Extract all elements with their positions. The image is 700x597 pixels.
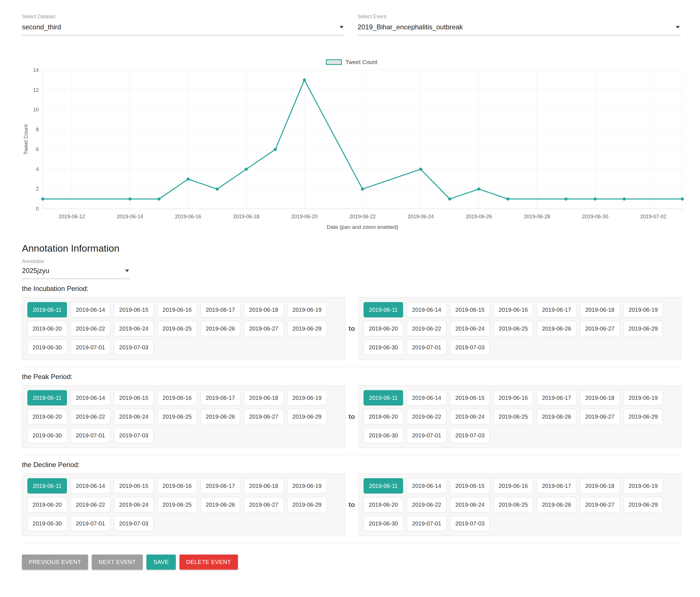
date-chip[interactable]: 2019-06-19 bbox=[623, 478, 663, 494]
date-chip[interactable]: 2019-06-20 bbox=[27, 321, 67, 336]
date-chip[interactable]: 2019-06-22 bbox=[71, 321, 110, 336]
date-chip[interactable]: 2019-06-15 bbox=[114, 390, 154, 405]
date-chip[interactable]: 2019-07-03 bbox=[114, 516, 154, 531]
date-chip[interactable]: 2019-06-30 bbox=[364, 516, 403, 531]
date-chip[interactable]: 2019-06-17 bbox=[537, 390, 576, 405]
date-chip[interactable]: 2019-06-15 bbox=[450, 478, 490, 494]
date-chip[interactable]: 2019-06-20 bbox=[364, 497, 403, 512]
date-chip[interactable]: 2019-06-14 bbox=[407, 390, 446, 405]
date-chip[interactable]: 2019-06-27 bbox=[244, 409, 283, 424]
date-chip[interactable]: 2019-07-01 bbox=[71, 428, 110, 443]
date-chip[interactable]: 2019-06-11 bbox=[364, 478, 403, 494]
date-chip[interactable]: 2019-06-25 bbox=[157, 497, 197, 512]
date-chip[interactable]: 2019-07-01 bbox=[71, 516, 110, 531]
date-chip[interactable]: 2019-06-25 bbox=[157, 321, 197, 336]
date-chip[interactable]: 2019-06-26 bbox=[201, 321, 240, 336]
date-chip[interactable]: 2019-06-17 bbox=[537, 302, 576, 318]
date-chip[interactable]: 2019-06-20 bbox=[364, 409, 403, 424]
date-chip[interactable]: 2019-06-29 bbox=[287, 497, 327, 512]
date-chip[interactable]: 2019-06-18 bbox=[244, 478, 283, 494]
event-select[interactable]: 2019_Bihar_encephalitis_outbreak bbox=[357, 23, 681, 35]
date-chip[interactable]: 2019-06-15 bbox=[450, 390, 490, 405]
date-chip[interactable]: 2019-06-20 bbox=[27, 497, 67, 512]
date-chip[interactable]: 2019-06-22 bbox=[407, 321, 446, 336]
date-chip[interactable]: 2019-06-15 bbox=[450, 302, 490, 318]
date-chip[interactable]: 2019-06-14 bbox=[407, 478, 446, 494]
tweet-count-chart[interactable]: Tweet Count 024681012142019-06-122019-06… bbox=[22, 58, 681, 233]
date-chip[interactable]: 2019-06-11 bbox=[364, 390, 403, 405]
date-chip[interactable]: 2019-06-18 bbox=[244, 302, 283, 318]
date-chip[interactable]: 2019-06-24 bbox=[114, 409, 154, 424]
date-chip[interactable]: 2019-07-03 bbox=[114, 340, 154, 355]
date-chip[interactable]: 2019-06-26 bbox=[537, 497, 576, 512]
date-chip[interactable]: 2019-07-01 bbox=[407, 428, 446, 443]
save-button[interactable]: SAVE bbox=[146, 554, 175, 570]
annotator-select[interactable]: 2025jzyu bbox=[22, 267, 130, 279]
date-chip[interactable]: 2019-06-17 bbox=[201, 302, 240, 318]
dataset-select[interactable]: second_third bbox=[22, 23, 345, 35]
date-chip[interactable]: 2019-06-25 bbox=[494, 497, 533, 512]
date-chip[interactable]: 2019-06-29 bbox=[623, 497, 663, 512]
date-chip[interactable]: 2019-06-19 bbox=[623, 390, 663, 405]
date-chip[interactable]: 2019-06-14 bbox=[71, 478, 110, 494]
date-chip[interactable]: 2019-06-16 bbox=[494, 302, 533, 318]
date-chip[interactable]: 2019-06-11 bbox=[27, 390, 67, 405]
date-chip[interactable]: 2019-06-17 bbox=[201, 390, 240, 405]
date-chip[interactable]: 2019-07-03 bbox=[450, 516, 490, 531]
date-chip[interactable]: 2019-06-16 bbox=[494, 390, 533, 405]
date-chip[interactable]: 2019-06-16 bbox=[157, 390, 197, 405]
date-chip[interactable]: 2019-06-25 bbox=[494, 409, 533, 424]
date-chip[interactable]: 2019-06-18 bbox=[580, 478, 620, 494]
date-chip[interactable]: 2019-06-27 bbox=[580, 409, 620, 424]
date-chip[interactable]: 2019-07-01 bbox=[71, 340, 110, 355]
date-chip[interactable]: 2019-06-20 bbox=[364, 321, 403, 336]
date-chip[interactable]: 2019-06-27 bbox=[580, 321, 620, 336]
date-chip[interactable]: 2019-07-03 bbox=[450, 340, 490, 355]
date-chip[interactable]: 2019-06-29 bbox=[623, 409, 663, 424]
delete-event-button[interactable]: DELETE EVENT bbox=[179, 554, 238, 570]
date-chip[interactable]: 2019-06-22 bbox=[71, 497, 110, 512]
date-chip[interactable]: 2019-06-27 bbox=[580, 497, 620, 512]
date-chip[interactable]: 2019-06-22 bbox=[71, 409, 110, 424]
date-chip[interactable]: 2019-07-03 bbox=[114, 428, 154, 443]
chart-legend[interactable]: Tweet Count bbox=[22, 58, 681, 66]
date-chip[interactable]: 2019-06-29 bbox=[287, 321, 327, 336]
date-chip[interactable]: 2019-06-18 bbox=[580, 390, 620, 405]
date-chip[interactable]: 2019-06-30 bbox=[364, 428, 403, 443]
date-chip[interactable]: 2019-06-24 bbox=[114, 497, 154, 512]
date-chip[interactable]: 2019-06-22 bbox=[407, 409, 446, 424]
date-chip[interactable]: 2019-06-30 bbox=[27, 428, 67, 443]
date-chip[interactable]: 2019-06-16 bbox=[494, 478, 533, 494]
date-chip[interactable]: 2019-06-24 bbox=[450, 497, 490, 512]
date-chip[interactable]: 2019-06-11 bbox=[27, 302, 67, 318]
date-chip[interactable]: 2019-06-19 bbox=[287, 390, 327, 405]
date-chip[interactable]: 2019-07-01 bbox=[407, 516, 446, 531]
date-chip[interactable]: 2019-06-25 bbox=[157, 409, 197, 424]
next-event-button[interactable]: NEXT EVENT bbox=[92, 554, 143, 570]
date-chip[interactable]: 2019-06-15 bbox=[114, 302, 154, 318]
date-chip[interactable]: 2019-06-19 bbox=[287, 302, 327, 318]
date-chip[interactable]: 2019-06-22 bbox=[407, 497, 446, 512]
date-chip[interactable]: 2019-06-24 bbox=[450, 409, 490, 424]
date-chip[interactable]: 2019-06-17 bbox=[537, 478, 576, 494]
date-chip[interactable]: 2019-06-18 bbox=[244, 390, 283, 405]
date-chip[interactable]: 2019-06-17 bbox=[201, 478, 240, 494]
date-chip[interactable]: 2019-06-24 bbox=[450, 321, 490, 336]
date-chip[interactable]: 2019-06-11 bbox=[27, 478, 67, 494]
date-chip[interactable]: 2019-06-26 bbox=[537, 409, 576, 424]
date-chip[interactable]: 2019-06-30 bbox=[27, 340, 67, 355]
date-chip[interactable]: 2019-06-26 bbox=[201, 409, 240, 424]
date-chip[interactable]: 2019-06-26 bbox=[201, 497, 240, 512]
date-chip[interactable]: 2019-06-14 bbox=[71, 390, 110, 405]
date-chip[interactable]: 2019-06-30 bbox=[364, 340, 403, 355]
date-chip[interactable]: 2019-06-16 bbox=[157, 302, 197, 318]
date-chip[interactable]: 2019-06-19 bbox=[287, 478, 327, 494]
date-chip[interactable]: 2019-07-01 bbox=[407, 340, 446, 355]
date-chip[interactable]: 2019-06-20 bbox=[27, 409, 67, 424]
date-chip[interactable]: 2019-06-27 bbox=[244, 497, 283, 512]
date-chip[interactable]: 2019-06-15 bbox=[114, 478, 154, 494]
date-chip[interactable]: 2019-06-24 bbox=[114, 321, 154, 336]
date-chip[interactable]: 2019-06-26 bbox=[537, 321, 576, 336]
date-chip[interactable]: 2019-06-11 bbox=[364, 302, 403, 318]
date-chip[interactable]: 2019-06-29 bbox=[623, 321, 663, 336]
